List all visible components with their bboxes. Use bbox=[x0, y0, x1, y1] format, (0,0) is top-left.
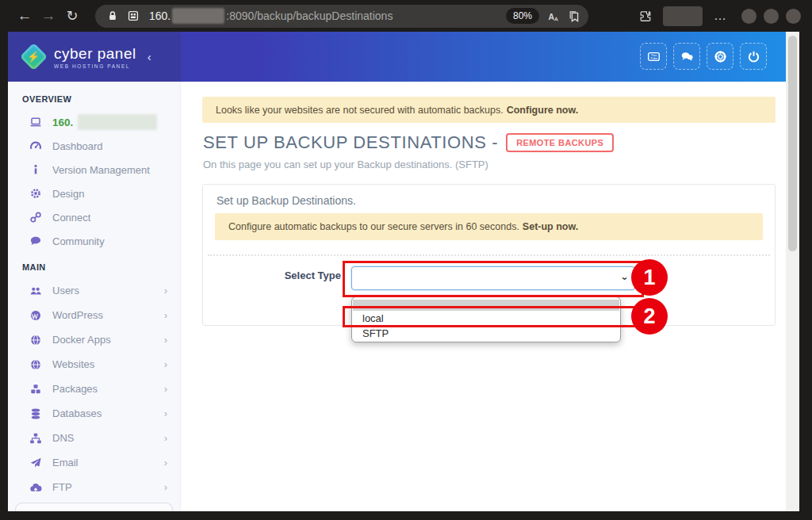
sidebar-item-docker-apps[interactable]: Docker Apps › bbox=[8, 327, 180, 352]
cloud-upload-icon bbox=[29, 481, 42, 494]
sidebar-section-overview: OVERVIEW bbox=[8, 82, 180, 110]
globe-icon bbox=[29, 334, 42, 346]
chat-button[interactable] bbox=[673, 43, 700, 70]
url-path: :8090/backup/backupDestinations bbox=[226, 10, 393, 22]
annotation-step-1-badge: 1 bbox=[631, 259, 668, 296]
brand-logo-block: ⚡ cyber panel WEB HOSTING PANEL ‹ bbox=[8, 32, 181, 82]
sidebar-item-connect[interactable]: Connect bbox=[8, 205, 180, 229]
sidebar-item-dns[interactable]: DNS › bbox=[8, 426, 180, 450]
translate-icon[interactable] bbox=[547, 9, 560, 23]
paper-plane-icon bbox=[29, 457, 42, 469]
reload-button[interactable]: ↻ bbox=[60, 7, 84, 25]
sidebar-main-section: MAIN Users › WordPress › Docker Apps › W… bbox=[8, 253, 180, 511]
dropdown-option-empty[interactable] bbox=[353, 300, 619, 311]
zoom-level-badge[interactable]: 80% bbox=[506, 8, 539, 24]
gear-icon bbox=[29, 187, 42, 200]
cyberpanel-page: ⚡ cyber panel WEB HOSTING PANEL ‹ OVERVI… bbox=[8, 32, 799, 511]
browser-toolbar: ← → ↻ 160. :8090/backup/backupDestinatio… bbox=[0, 0, 812, 32]
window-control-2[interactable] bbox=[764, 9, 779, 24]
chevron-down-icon: › bbox=[619, 277, 630, 280]
chevron-right-icon: › bbox=[164, 383, 167, 395]
profile-redaction bbox=[663, 6, 703, 26]
sidebar-collapse-button[interactable]: ‹ bbox=[147, 50, 151, 63]
info-icon bbox=[29, 163, 42, 176]
sidebar: OVERVIEW 160. Dashboard Version Manageme… bbox=[8, 82, 181, 511]
chevron-right-icon: › bbox=[164, 334, 167, 346]
sidebar-item-databases[interactable]: Databases › bbox=[8, 401, 180, 426]
sidebar-section-main: MAIN bbox=[8, 253, 180, 278]
database-icon bbox=[29, 407, 42, 420]
sidebar-item-community[interactable]: Community bbox=[8, 229, 180, 253]
url-redaction bbox=[172, 8, 224, 24]
page-subtitle: On this page you can set up your Backup … bbox=[203, 159, 488, 170]
globe-icon bbox=[29, 358, 42, 371]
card-title: Set up Backup Destinations. bbox=[216, 194, 356, 207]
sidebar-item-packages[interactable]: Packages › bbox=[8, 377, 180, 401]
support-button[interactable] bbox=[707, 43, 733, 70]
collections-icon[interactable] bbox=[568, 9, 580, 23]
chevron-right-icon: › bbox=[164, 407, 167, 419]
page-title: SET UP BACKUP DESTINATIONS - bbox=[203, 132, 498, 153]
header-actions bbox=[640, 43, 767, 70]
sidebar-item-ftp[interactable]: FTP › bbox=[8, 475, 180, 499]
sidebar-item-wordpress[interactable]: WordPress › bbox=[8, 303, 180, 327]
sidebar-item-users[interactable]: Users › bbox=[8, 278, 180, 303]
setup-info-text: Configure automatic backups to our secur… bbox=[228, 221, 519, 232]
chevron-right-icon: › bbox=[164, 457, 167, 468]
sidebar-item-dashboard[interactable]: Dashboard bbox=[8, 134, 180, 158]
dashboard-icon bbox=[29, 140, 42, 152]
brand-tagline: WEB HOSTING PANEL bbox=[54, 63, 136, 69]
back-button[interactable]: ← bbox=[13, 7, 36, 25]
users-icon bbox=[29, 285, 42, 297]
cyberpanel-logo-icon: ⚡ bbox=[20, 43, 48, 71]
scrollbar-thumb[interactable] bbox=[788, 36, 797, 251]
bolt-icon: ⚡ bbox=[27, 51, 40, 63]
page-scrollbar[interactable] bbox=[786, 32, 799, 511]
sitemap-icon bbox=[29, 432, 42, 445]
page-heading-row: SET UP BACKUP DESTINATIONS - REMOTE BACK… bbox=[203, 132, 614, 153]
youtube-button[interactable] bbox=[640, 43, 667, 70]
dropdown-option-local[interactable]: local bbox=[352, 311, 620, 326]
chevron-right-icon: › bbox=[164, 481, 167, 493]
forward-button[interactable]: → bbox=[36, 7, 60, 25]
annotation-step-2-badge: 2 bbox=[631, 298, 668, 335]
window-control-3[interactable] bbox=[786, 9, 801, 24]
select-type-dropdown[interactable]: › bbox=[351, 266, 635, 290]
chevron-right-icon: › bbox=[164, 358, 167, 370]
ip-redaction bbox=[78, 114, 157, 130]
extensions-puzzle-icon[interactable] bbox=[638, 9, 652, 23]
sidebar-item-server-ip[interactable]: 160. bbox=[8, 110, 180, 134]
sidebar-item-email[interactable]: Email › bbox=[8, 450, 180, 475]
logout-power-button[interactable] bbox=[740, 43, 767, 70]
select-type-label: Select Type bbox=[252, 270, 341, 281]
brand-name: cyber panel bbox=[54, 45, 136, 63]
configure-now-link[interactable]: Configure now. bbox=[507, 105, 579, 116]
sidebar-item-design[interactable]: Design bbox=[8, 182, 180, 205]
backup-sync-icon bbox=[25, 510, 39, 511]
brand-text: cyber panel WEB HOSTING PANEL bbox=[54, 45, 136, 69]
sidebar-item-backup-active[interactable]: Backup › bbox=[15, 503, 173, 511]
lock-icon bbox=[106, 10, 119, 22]
remote-backups-button[interactable]: REMOTE BACKUPS bbox=[506, 133, 614, 152]
chevron-right-icon: › bbox=[164, 309, 167, 321]
address-bar[interactable]: 160. :8090/backup/backupDestinations 80% bbox=[95, 5, 588, 28]
chat-bubble-icon bbox=[29, 235, 42, 247]
window-controls bbox=[741, 9, 801, 24]
sidebar-item-websites[interactable]: Websites › bbox=[8, 352, 180, 377]
backup-warning-banner: Looks like your websites are not secured… bbox=[202, 97, 776, 123]
site-info-icon[interactable] bbox=[127, 10, 140, 22]
url-prefix: 160. bbox=[149, 10, 170, 22]
window-control-1[interactable] bbox=[741, 9, 756, 24]
link-icon bbox=[29, 211, 42, 224]
chevron-right-icon: › bbox=[164, 432, 167, 444]
sidebar-item-version-management[interactable]: Version Management bbox=[8, 158, 180, 182]
select-type-options-popup: local SFTP bbox=[351, 296, 621, 342]
main-content: Looks like your websites are not secured… bbox=[181, 82, 786, 511]
setup-now-link[interactable]: Set-up now. bbox=[523, 221, 578, 232]
chevron-right-icon: › bbox=[164, 285, 167, 296]
browser-menu-button[interactable]: … bbox=[714, 9, 727, 23]
packages-icon bbox=[29, 383, 42, 396]
warning-text: Looks like your websites are not secured… bbox=[216, 105, 504, 116]
dropdown-option-sftp[interactable]: SFTP bbox=[352, 326, 620, 341]
dotted-divider bbox=[208, 254, 770, 256]
